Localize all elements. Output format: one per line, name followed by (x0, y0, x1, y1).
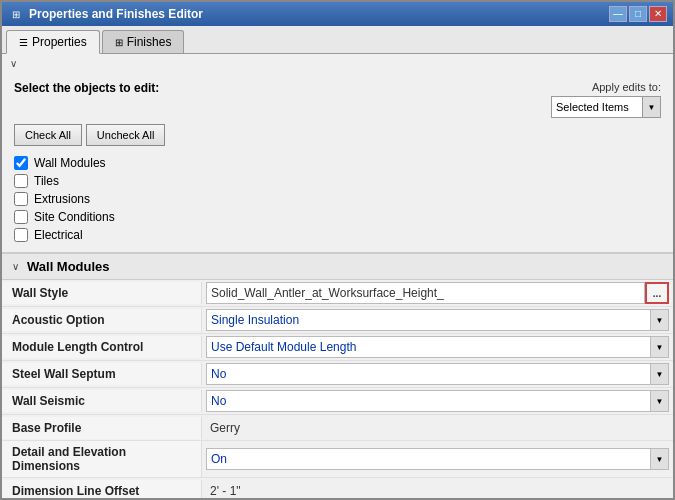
wall-seismic-dropdown[interactable]: No ▼ (206, 390, 669, 412)
prop-value-module-length: Use Default Module Length ▼ (202, 334, 673, 360)
checkbox-site-conditions: Site Conditions (14, 208, 661, 226)
acoustic-option-arrow[interactable]: ▼ (650, 310, 668, 330)
checkbox-extrusions: Extrusions (14, 190, 661, 208)
prop-value-wall-style: ... (202, 280, 673, 306)
tab-finishes-label: Finishes (127, 35, 172, 49)
checkbox-tiles: Tiles (14, 172, 661, 190)
steel-wall-septum-dropdown[interactable]: No ▼ (206, 363, 669, 385)
prop-row-steel-wall-septum: Steel Wall Septum No ▼ (2, 361, 673, 388)
wall-modules-section-header[interactable]: ∨ Wall Modules (2, 253, 673, 280)
apply-edits-label: Apply edits to: (592, 81, 661, 93)
title-bar-left: ⊞ Properties and Finishes Editor (8, 6, 203, 22)
title-bar: ⊞ Properties and Finishes Editor — □ ✕ (2, 2, 673, 26)
prop-value-wall-seismic: No ▼ (202, 388, 673, 414)
checkbox-wall-modules-label: Wall Modules (34, 156, 106, 170)
prop-label-base-profile: Base Profile (2, 417, 202, 439)
detail-elevation-dropdown[interactable]: On ▼ (206, 448, 669, 470)
prop-row-wall-style: Wall Style ... (2, 280, 673, 307)
scroll-area[interactable]: ∨ Select the objects to edit: Apply edit… (2, 54, 673, 498)
content-area: ∨ Select the objects to edit: Apply edit… (2, 54, 673, 498)
detail-elevation-value: On (207, 452, 650, 466)
wall-modules-section-title: Wall Modules (27, 259, 110, 274)
prop-label-wall-style: Wall Style (2, 282, 202, 304)
prop-value-base-profile: Gerry (202, 419, 673, 437)
uncheck-all-button[interactable]: Uncheck All (86, 124, 165, 146)
tab-properties[interactable]: ☰ Properties (6, 30, 100, 54)
checkbox-electrical: Electrical (14, 226, 661, 244)
module-length-dropdown[interactable]: Use Default Module Length ▼ (206, 336, 669, 358)
steel-wall-septum-value: No (207, 367, 650, 381)
checkbox-electrical-input[interactable] (14, 228, 28, 242)
acoustic-option-dropdown[interactable]: Single Insulation ▼ (206, 309, 669, 331)
checkbox-electrical-label: Electrical (34, 228, 83, 242)
checkbox-tiles-input[interactable] (14, 174, 28, 188)
prop-value-steel-wall-septum: No ▼ (202, 361, 673, 387)
properties-tab-icon: ☰ (19, 37, 28, 48)
tab-properties-label: Properties (32, 35, 87, 49)
select-objects-section: Select the objects to edit: Apply edits … (2, 73, 673, 253)
wall-seismic-value: No (207, 394, 650, 408)
wall-style-input[interactable] (206, 282, 645, 304)
select-objects-label: Select the objects to edit: (14, 81, 159, 95)
base-profile-text: Gerry (206, 421, 669, 435)
checkbox-tiles-label: Tiles (34, 174, 59, 188)
prop-row-acoustic-option: Acoustic Option Single Insulation ▼ (2, 307, 673, 334)
window-icon: ⊞ (8, 6, 24, 22)
tab-finishes[interactable]: ⊞ Finishes (102, 30, 185, 53)
prop-label-detail-elevation: Detail and Elevation Dimensions (2, 441, 202, 477)
apply-edits-section: Apply edits to: Selected Items ▼ (551, 81, 661, 118)
prop-label-dimension-line-offset: Dimension Line Offset (2, 480, 202, 499)
prop-row-module-length: Module Length Control Use Default Module… (2, 334, 673, 361)
dimension-line-offset-text: 2' - 1" (206, 484, 669, 498)
prop-value-detail-elevation: On ▼ (202, 446, 673, 472)
checkbox-site-conditions-label: Site Conditions (34, 210, 115, 224)
prop-row-dimension-line-offset: Dimension Line Offset 2' - 1" (2, 478, 673, 498)
prop-row-detail-elevation: Detail and Elevation Dimensions On ▼ (2, 441, 673, 478)
checkbox-wall-modules-input[interactable] (14, 156, 28, 170)
wall-modules-collapse-arrow: ∨ (12, 261, 19, 272)
module-length-arrow[interactable]: ▼ (650, 337, 668, 357)
checkbox-extrusions-input[interactable] (14, 192, 28, 206)
finishes-tab-icon: ⊞ (115, 37, 123, 48)
prop-label-acoustic-option: Acoustic Option (2, 309, 202, 331)
wall-style-browse-button[interactable]: ... (645, 282, 669, 304)
prop-row-wall-seismic: Wall Seismic No ▼ (2, 388, 673, 415)
close-button[interactable]: ✕ (649, 6, 667, 22)
apply-edits-value: Selected Items (552, 101, 642, 113)
collapse-row-top[interactable]: ∨ (2, 54, 673, 73)
prop-row-base-profile: Base Profile Gerry (2, 415, 673, 441)
check-all-button[interactable]: Check All (14, 124, 82, 146)
prop-label-module-length: Module Length Control (2, 336, 202, 358)
collapse-arrow-top: ∨ (10, 58, 17, 69)
checkbox-wall-modules: Wall Modules (14, 154, 661, 172)
checkbox-site-conditions-input[interactable] (14, 210, 28, 224)
select-objects-header: Select the objects to edit: Apply edits … (14, 81, 661, 118)
properties-table: Wall Style ... Acoustic Option Single In… (2, 280, 673, 498)
minimize-button[interactable]: — (609, 6, 627, 22)
tab-bar: ☰ Properties ⊞ Finishes (2, 26, 673, 54)
check-buttons-row: Check All Uncheck All (14, 124, 661, 146)
prop-label-steel-wall-septum: Steel Wall Septum (2, 363, 202, 385)
detail-elevation-arrow[interactable]: ▼ (650, 449, 668, 469)
wall-seismic-arrow[interactable]: ▼ (650, 391, 668, 411)
title-controls: — □ ✕ (609, 6, 667, 22)
apply-edits-arrow[interactable]: ▼ (642, 97, 660, 117)
apply-edits-dropdown[interactable]: Selected Items ▼ (551, 96, 661, 118)
steel-wall-septum-arrow[interactable]: ▼ (650, 364, 668, 384)
acoustic-option-value: Single Insulation (207, 313, 650, 327)
prop-value-dimension-line-offset: 2' - 1" (202, 482, 673, 499)
prop-label-wall-seismic: Wall Seismic (2, 390, 202, 412)
module-length-value: Use Default Module Length (207, 340, 650, 354)
prop-value-acoustic-option: Single Insulation ▼ (202, 307, 673, 333)
maximize-button[interactable]: □ (629, 6, 647, 22)
main-window: ⊞ Properties and Finishes Editor — □ ✕ ☰… (0, 0, 675, 500)
checkbox-extrusions-label: Extrusions (34, 192, 90, 206)
window-title: Properties and Finishes Editor (29, 7, 203, 21)
